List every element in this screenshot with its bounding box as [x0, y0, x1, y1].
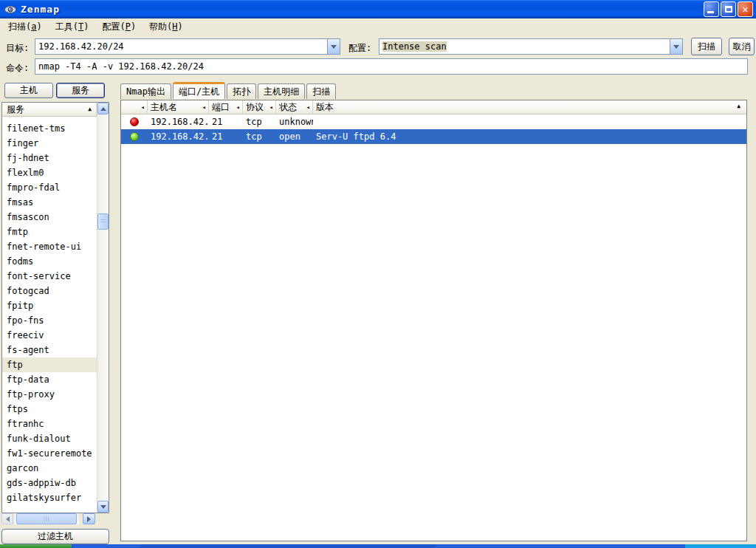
- list-item[interactable]: funk-dialout: [2, 431, 97, 446]
- table-cell: 21: [209, 117, 243, 127]
- column-header-state[interactable]: 状态◂: [276, 100, 313, 114]
- services-pane: 服务 ▲ filenet-tmsfingerfj-hdnetflexlm0fmp…: [1, 102, 109, 513]
- target-label: 目标:: [6, 42, 29, 55]
- list-item[interactable]: fodms: [2, 254, 97, 269]
- scroll-left-button[interactable]: [1, 513, 13, 524]
- column-header-protocol[interactable]: 协议◂: [243, 100, 276, 114]
- services-header-label: 服务: [7, 103, 24, 116]
- thumb-grip-icon: [100, 219, 106, 224]
- table-row[interactable]: 192.168.42.1921tcpopenServ-U ftpd 6.4: [121, 129, 746, 144]
- table-row[interactable]: 192.168.42.2921tcpunknown: [121, 114, 746, 129]
- tab-host-details[interactable]: 主机明细: [258, 83, 305, 99]
- list-item[interactable]: fmpro-fdal: [2, 180, 97, 195]
- close-button[interactable]: ✕: [738, 1, 753, 17]
- restore-button[interactable]: [721, 1, 736, 17]
- profile-label: 配置:: [348, 42, 371, 55]
- list-item[interactable]: fw1-secureremote: [2, 446, 97, 461]
- column-header-hostname[interactable]: 主机名◂: [148, 100, 209, 114]
- list-item[interactable]: finger: [2, 136, 97, 151]
- menu-item-help[interactable]: 帮助(H): [142, 18, 190, 35]
- list-item[interactable]: flexlm0: [2, 165, 97, 180]
- sort-ascending-icon: ▲: [88, 106, 92, 112]
- hosts-view-button[interactable]: 主机: [4, 83, 53, 98]
- list-item[interactable]: ftp-proxy: [2, 387, 97, 402]
- list-item[interactable]: fnet-remote-ui: [2, 239, 97, 254]
- tab-scans[interactable]: 扫描: [306, 83, 336, 99]
- scroll-down-button[interactable]: [97, 501, 109, 513]
- list-item[interactable]: fotogcad: [2, 284, 97, 298]
- menu-item-scan[interactable]: 扫描(a): [1, 18, 49, 35]
- command-input[interactable]: [35, 58, 748, 75]
- tabbar: Nmap输出 端口/主机 拓扑 主机明细 扫描: [120, 82, 337, 99]
- column-header-port[interactable]: 端口◂: [209, 100, 243, 114]
- table-cell-status: [121, 132, 148, 141]
- column-arrow-icon: ◂: [141, 104, 145, 111]
- scrollbar-thumb[interactable]: [97, 213, 109, 230]
- list-item[interactable]: gds-adppiw-db: [2, 476, 97, 490]
- list-item[interactable]: garcon: [2, 461, 97, 476]
- table-cell: Serv-U ftpd 6.4: [313, 131, 746, 142]
- list-item[interactable]: fmsascon: [2, 210, 97, 225]
- table-cell: unknown: [276, 117, 313, 127]
- column-arrow-icon: ◂: [236, 104, 240, 111]
- filter-hosts-button[interactable]: 过滤主机: [1, 529, 109, 544]
- menu-item-profile[interactable]: 配置(P): [95, 18, 142, 35]
- column-label: 主机名: [151, 101, 177, 114]
- tab-nmap-output[interactable]: Nmap输出: [120, 83, 171, 99]
- services-view-button[interactable]: 服务: [56, 83, 105, 98]
- minimize-icon: [707, 11, 714, 13]
- horizontal-scrollbar[interactable]: [1, 513, 96, 525]
- menu-item-tools[interactable]: 工具(T): [49, 18, 96, 35]
- list-item[interactable]: freeciv: [2, 328, 97, 343]
- chevron-down-icon: [331, 45, 337, 49]
- menu-label: ): [178, 21, 183, 32]
- table-cell: open: [276, 131, 313, 142]
- list-item[interactable]: fs-agent: [2, 343, 97, 357]
- list-item[interactable]: filenet-tms: [2, 121, 97, 136]
- tab-topology[interactable]: 拓扑: [227, 83, 256, 99]
- table-cell: 192.168.42.29: [148, 117, 209, 127]
- scrollbar-track[interactable]: [14, 513, 79, 524]
- target-combobox[interactable]: 192.168.42.20/24: [35, 38, 340, 55]
- menu-label: 工具(: [55, 21, 78, 32]
- list-item[interactable]: fj-hdnet: [2, 151, 97, 165]
- menu-label: ): [36, 21, 41, 32]
- table-cell: 21: [209, 131, 243, 142]
- scroll-up-button[interactable]: [97, 103, 109, 114]
- titlebar[interactable]: Zenmap ✕: [0, 0, 756, 18]
- list-item[interactable]: fpitp: [2, 298, 97, 313]
- start-button-sliver[interactable]: [0, 544, 72, 548]
- scroll-right-button[interactable]: [83, 513, 95, 524]
- scrollbar-thumb[interactable]: [16, 513, 77, 524]
- taskbar[interactable]: [0, 544, 756, 548]
- profile-dropdown-button[interactable]: [670, 39, 682, 54]
- menu-label: ): [131, 21, 136, 32]
- list-item[interactable]: ftps: [2, 402, 97, 417]
- tab-ports-hosts[interactable]: 端口/主机: [173, 82, 225, 99]
- cancel-button[interactable]: 取消: [729, 38, 755, 55]
- list-item[interactable]: fmtp: [2, 225, 97, 239]
- table-cell: 192.168.42.19: [148, 131, 209, 142]
- services-column-header[interactable]: 服务 ▲: [2, 103, 97, 117]
- profile-combobox[interactable]: Intense scan: [379, 38, 683, 55]
- list-item[interactable]: ftranhc: [2, 417, 97, 431]
- list-item[interactable]: ftp: [2, 357, 97, 372]
- minimize-button[interactable]: [704, 1, 719, 17]
- target-dropdown-button[interactable]: [327, 39, 340, 54]
- arrow-right-icon: [87, 516, 91, 522]
- column-header-version[interactable]: 版本: [313, 100, 746, 114]
- list-item[interactable]: fmsas: [2, 195, 97, 210]
- list-item[interactable]: font-service: [2, 269, 97, 284]
- arrow-left-icon: [6, 516, 10, 522]
- ports-table-body: 192.168.42.2921tcpunknown192.168.42.1921…: [121, 114, 746, 144]
- list-item[interactable]: gilatskysurfer: [2, 490, 97, 505]
- arrow-up-icon: [100, 107, 106, 111]
- list-item[interactable]: fpo-fns: [2, 313, 97, 328]
- menubar: 扫描(a) 工具(T) 配置(P) 帮助(H): [0, 18, 756, 35]
- list-item[interactable]: ftp-data: [2, 372, 97, 387]
- vertical-scrollbar[interactable]: [97, 103, 109, 513]
- arrow-down-icon: [100, 505, 106, 509]
- taskbar-button-sliver[interactable]: [140, 544, 436, 548]
- scan-button[interactable]: 扫描: [691, 38, 722, 55]
- column-header-status[interactable]: ◂: [121, 100, 148, 114]
